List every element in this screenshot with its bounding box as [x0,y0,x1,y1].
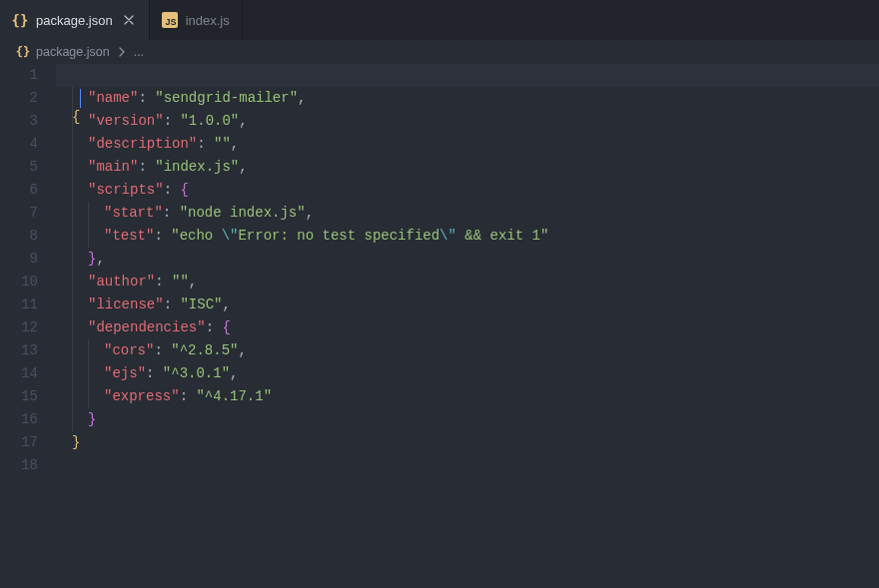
indent-guide [72,248,88,271]
code-line[interactable]: "scripts": { [56,179,879,202]
token: version [96,113,155,129]
breadcrumb-file: package.json [36,45,110,59]
token: : [146,365,163,381]
indent-guide [72,362,88,385]
token: name [96,90,130,106]
code-line[interactable]: "express": "^4.17.1" [56,385,879,408]
token: " [180,296,188,312]
token: cors [112,342,146,358]
line-number: 3 [0,110,38,133]
token: , [239,159,247,175]
close-icon[interactable] [121,12,137,28]
token: , [222,296,230,312]
code-line[interactable]: "description": "", [56,133,879,156]
code-line[interactable]: "dependencies": { [56,316,879,339]
code-line[interactable]: "license": "ISC", [56,294,879,316]
line-number: 9 [0,248,38,271]
code-line[interactable]: "start": "node index.js", [56,202,879,225]
token: test [112,228,146,244]
line-number: 2 [0,87,38,110]
token: " [147,274,155,290]
token: \" [440,228,456,244]
token: : [164,182,181,198]
indent-guide [72,294,88,316]
token: " [138,365,146,381]
token: : [154,342,171,358]
token: " [197,319,205,335]
token: , [231,136,239,152]
line-number: 4 [0,133,38,156]
token: " [222,136,230,152]
token: index.js [164,159,231,175]
token: " [155,159,163,175]
line-number: 14 [0,362,38,385]
token: " [290,90,298,106]
token: " [163,365,171,381]
line-number: 11 [0,294,38,316]
token: ^2.8.5 [180,342,230,358]
indent-guide [88,362,104,385]
indent-guide [88,339,104,362]
breadcrumb[interactable]: {} package.json ... [0,40,879,64]
code-line[interactable]: "name": "sendgrid-mailer", [56,87,879,110]
token: author [96,274,146,290]
code-line[interactable]: "main": "index.js", [56,156,879,179]
token: ^3.0.1 [171,365,221,381]
token: : [180,388,197,404]
token: license [96,296,155,312]
token: " [264,388,272,404]
code-editor[interactable]: 123456789101112131415161718 {"name": "se… [0,64,879,588]
token: echo [180,228,222,244]
indent-guide [72,385,88,408]
indent-guide [88,385,104,408]
token: : [206,319,223,335]
indent-guide [72,202,88,225]
token: " [155,296,163,312]
token: node index.js [188,205,297,221]
code-line[interactable]: "author": "", [56,271,879,294]
line-number: 12 [0,316,38,339]
tab-index-js[interactable]: JS index.js [150,0,243,40]
line-number: 7 [0,202,38,225]
line-number: 18 [0,454,38,477]
token: : [154,228,171,244]
token: \" [222,228,239,244]
line-number: 1 [0,64,38,87]
code-area[interactable]: {"name": "sendgrid-mailer","version": "1… [56,64,879,588]
token: } [88,411,96,427]
token: , [189,274,197,290]
active-line-highlight [56,64,879,87]
token: " [189,136,197,152]
token: : [155,274,172,290]
code-line[interactable]: "version": "1.0.0", [56,110,879,133]
line-number: 6 [0,179,38,202]
code-line[interactable]: } [56,431,879,454]
token: : [164,113,181,129]
token: , [306,205,314,221]
token: " [180,274,188,290]
code-line[interactable]: { [56,64,879,87]
indent-guide [88,225,104,248]
code-line[interactable]: "test": "echo \"Error: no test specified… [56,225,879,248]
indent-guide [72,408,88,431]
token: , [239,113,247,129]
code-line[interactable]: } [56,408,879,431]
indent-guide [72,316,88,339]
line-number-gutter: 123456789101112131415161718 [0,64,56,588]
token: start [112,205,154,221]
token: : [197,136,214,152]
js-file-icon: JS [162,12,178,28]
line-number: 15 [0,385,38,408]
token: scripts [96,182,155,198]
code-line[interactable]: }, [56,248,879,271]
token: , [96,251,104,267]
tab-package-json[interactable]: {} package.json [0,0,150,40]
code-line[interactable]: "cors": "^2.8.5", [56,339,879,362]
token: " [155,90,163,106]
token: " [154,205,162,221]
code-line[interactable]: "ejs": "^3.0.1", [56,362,879,385]
code-line[interactable] [56,454,879,477]
json-braces-icon: {} [12,12,28,28]
line-number: 16 [0,408,38,431]
line-number: 5 [0,156,38,179]
